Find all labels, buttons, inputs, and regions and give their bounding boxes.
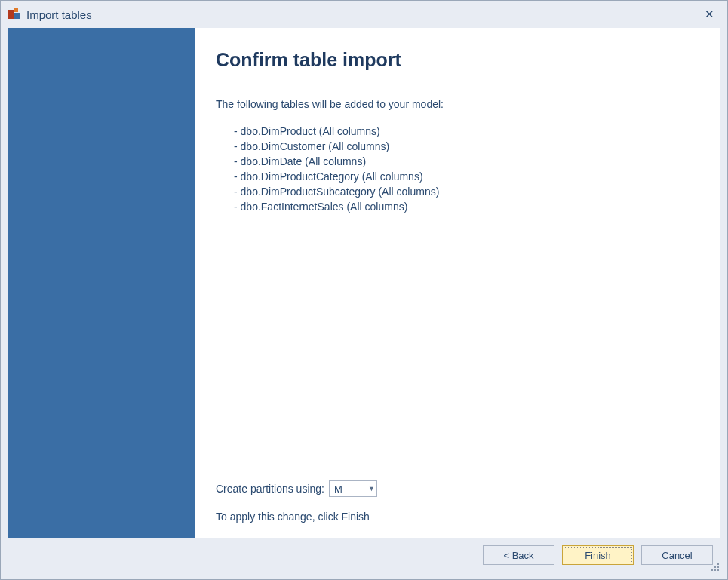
content-row: Confirm table import The following table… bbox=[8, 28, 720, 538]
back-button[interactable]: < Back bbox=[483, 545, 554, 565]
back-button-label: < Back bbox=[503, 550, 533, 561]
wizard-side-panel bbox=[8, 28, 195, 538]
partition-language-select[interactable]: M ▼ bbox=[329, 480, 377, 497]
partition-label: Create partitions using: bbox=[216, 483, 324, 495]
page-heading: Confirm table import bbox=[216, 49, 699, 71]
partition-language-value: M bbox=[334, 483, 342, 495]
wizard-window: Import tables ✕ Confirm table import The… bbox=[0, 0, 728, 580]
tables-list: dbo.DimProduct (All columns) dbo.DimCust… bbox=[216, 124, 699, 214]
wizard-body: Confirm table import The following table… bbox=[1, 28, 727, 579]
wizard-button-row: < Back Finish Cancel bbox=[8, 538, 720, 572]
close-icon: ✕ bbox=[705, 8, 714, 21]
cancel-button-label: Cancel bbox=[662, 550, 692, 561]
finish-button[interactable]: Finish bbox=[562, 545, 634, 565]
wizard-main-panel: Confirm table import The following table… bbox=[195, 28, 720, 538]
titlebar[interactable]: Import tables ✕ bbox=[1, 1, 727, 28]
intro-text: The following tables will be added to yo… bbox=[216, 98, 699, 110]
apply-hint: To apply this change, click Finish bbox=[216, 511, 699, 523]
close-button[interactable]: ✕ bbox=[699, 5, 720, 23]
finish-button-label: Finish bbox=[585, 550, 611, 561]
list-item: dbo.FactInternetSales (All columns) bbox=[234, 199, 699, 214]
list-item: dbo.DimProductSubcategory (All columns) bbox=[234, 184, 699, 199]
list-item: dbo.DimProductCategory (All columns) bbox=[234, 169, 699, 184]
list-item: dbo.DimDate (All columns) bbox=[234, 154, 699, 169]
window-title: Import tables bbox=[26, 8, 699, 21]
partition-row: Create partitions using: M ▼ bbox=[216, 480, 699, 497]
chevron-down-icon: ▼ bbox=[368, 485, 375, 493]
list-item: dbo.DimCustomer (All columns) bbox=[234, 139, 699, 154]
app-icon bbox=[8, 8, 20, 20]
list-item: dbo.DimProduct (All columns) bbox=[234, 124, 699, 139]
cancel-button[interactable]: Cancel bbox=[641, 545, 713, 565]
